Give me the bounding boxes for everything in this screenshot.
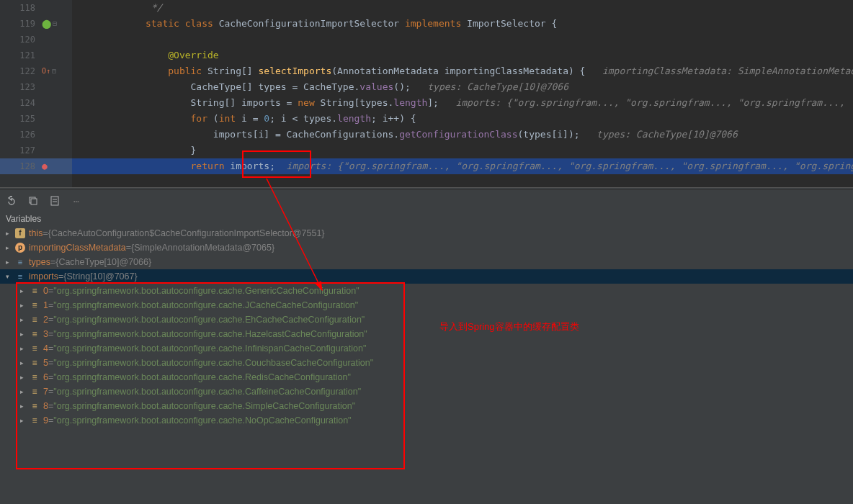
string-icon: ≡ bbox=[29, 343, 40, 354]
string-icon: ≡ bbox=[29, 285, 40, 297]
line-number[interactable]: 123 bbox=[0, 79, 40, 95]
string-icon: ≡ bbox=[29, 386, 40, 397]
gutter-mark[interactable] bbox=[40, 32, 72, 48]
gutter-mark[interactable] bbox=[40, 79, 72, 95]
calculator-icon[interactable] bbox=[49, 195, 61, 207]
expand-icon[interactable]: ▸ bbox=[20, 370, 29, 384]
gutter-mark[interactable] bbox=[40, 48, 72, 63]
string-icon: ≡ bbox=[29, 300, 40, 311]
array-icon: ≡ bbox=[14, 256, 26, 268]
var-imports-1[interactable]: ▸≡1 = "org.springframework.boot.autoconf… bbox=[0, 298, 853, 312]
var-imports-2[interactable]: ▸≡2 = "org.springframework.boot.autoconf… bbox=[0, 312, 853, 327]
more-icon[interactable]: ⋯ bbox=[71, 195, 82, 207]
gutter-mark[interactable]: ⬤⊟ bbox=[40, 16, 72, 32]
line-number[interactable]: 124 bbox=[0, 95, 40, 111]
var-imports-4[interactable]: ▸≡4 = "org.springframework.boot.autoconf… bbox=[0, 341, 853, 356]
code-line[interactable]: imports[i] = CacheConfigurations.getConf… bbox=[72, 127, 853, 143]
code-line[interactable]: return imports; imports: {"org.springfra… bbox=[72, 158, 853, 174]
expand-icon[interactable]: ▸ bbox=[6, 240, 14, 255]
string-icon: ≡ bbox=[29, 314, 40, 325]
expand-icon[interactable]: ▸ bbox=[20, 399, 29, 413]
string-icon: ≡ bbox=[29, 372, 40, 383]
expand-icon[interactable]: ▸ bbox=[6, 255, 14, 269]
expand-icon[interactable]: ▸ bbox=[20, 298, 29, 312]
code-line[interactable]: static class CacheConfigurationImportSel… bbox=[72, 16, 853, 32]
code-line[interactable]: CacheType[] types = CacheType.values(); … bbox=[72, 79, 853, 95]
fold-icon[interactable]: ⊟ bbox=[52, 63, 56, 79]
line-numbers: 118119120121122123124125126127128 bbox=[0, 0, 40, 174]
code-line[interactable]: } bbox=[72, 143, 853, 158]
var-imports-5[interactable]: ▸≡5 = "org.springframework.boot.autoconf… bbox=[0, 356, 853, 370]
expand-icon[interactable]: ▸ bbox=[20, 356, 29, 370]
override-icon[interactable]: O↑ bbox=[42, 63, 50, 79]
breakpoint-icon[interactable]: ● bbox=[42, 158, 48, 174]
expand-icon[interactable]: ▸ bbox=[20, 284, 29, 298]
var-metadata[interactable]: ▸pimportingClassMetadata = {SimpleAnnota… bbox=[0, 240, 853, 255]
var-imports-9[interactable]: ▸≡9 = "org.springframework.boot.autoconf… bbox=[0, 413, 853, 428]
var-types[interactable]: ▸≡types = {CacheType[10]@7066} bbox=[0, 255, 853, 269]
gutter-mark[interactable] bbox=[40, 95, 72, 111]
code-line[interactable]: for (int i = 0; i < types.length; i++) { bbox=[72, 111, 853, 127]
expand-icon[interactable]: ▸ bbox=[20, 327, 29, 341]
gutter-mark[interactable]: ● bbox=[40, 158, 72, 174]
fold-icon[interactable]: ⊟ bbox=[53, 16, 57, 32]
var-imports-8[interactable]: ▸≡8 = "org.springframework.boot.autoconf… bbox=[0, 399, 853, 413]
debug-toolbar: ⋯ bbox=[0, 190, 853, 212]
line-number[interactable]: 118 bbox=[0, 0, 40, 16]
string-icon: ≡ bbox=[29, 328, 40, 340]
line-number[interactable]: 125 bbox=[0, 111, 40, 127]
gutter: 118119120121122123124125126127128 ⬤⊟O↑⊟● bbox=[0, 0, 72, 187]
gutter-mark[interactable] bbox=[40, 111, 72, 127]
code-line[interactable]: public String[] selectImports(Annotation… bbox=[72, 63, 853, 79]
svg-rect-1 bbox=[31, 199, 37, 204]
expand-icon[interactable]: ▸ bbox=[20, 341, 29, 356]
var-this[interactable]: ▸fthis = {CacheAutoConfiguration$CacheCo… bbox=[0, 226, 853, 240]
expand-icon[interactable]: ▸ bbox=[20, 413, 29, 428]
frames-icon[interactable] bbox=[27, 195, 39, 207]
line-number[interactable]: 126 bbox=[0, 127, 40, 143]
code-area[interactable]: */ static class CacheConfigurationImport… bbox=[72, 0, 853, 174]
gutter-mark[interactable] bbox=[40, 143, 72, 158]
code-editor[interactable]: 118119120121122123124125126127128 ⬤⊟O↑⊟●… bbox=[0, 0, 853, 187]
line-number[interactable]: 121 bbox=[0, 48, 40, 63]
line-number[interactable]: 122 bbox=[0, 63, 40, 79]
param-icon: p bbox=[15, 243, 25, 253]
gutter-mark[interactable] bbox=[40, 0, 72, 16]
expand-icon[interactable]: ▸ bbox=[20, 312, 29, 327]
restart-debug-icon[interactable] bbox=[6, 195, 17, 207]
string-icon: ≡ bbox=[29, 357, 40, 369]
spring-icon: ⬤ bbox=[42, 16, 51, 32]
gutter-marks: ⬤⊟O↑⊟● bbox=[40, 0, 72, 174]
code-line[interactable]: */ bbox=[72, 0, 853, 16]
gutter-mark[interactable] bbox=[40, 127, 72, 143]
expand-icon[interactable]: ▸ bbox=[6, 226, 14, 240]
string-icon: ≡ bbox=[29, 400, 40, 412]
array-icon: ≡ bbox=[14, 271, 26, 282]
code-line[interactable]: String[] imports = new String[types.leng… bbox=[72, 95, 853, 111]
string-icon: ≡ bbox=[29, 415, 40, 426]
svg-rect-2 bbox=[51, 197, 58, 205]
field-icon: f bbox=[15, 228, 25, 238]
collapse-icon[interactable]: ▾ bbox=[6, 269, 14, 284]
var-imports-3[interactable]: ▸≡3 = "org.springframework.boot.autoconf… bbox=[0, 327, 853, 341]
line-number[interactable]: 128 bbox=[0, 158, 40, 174]
var-imports-6[interactable]: ▸≡6 = "org.springframework.boot.autoconf… bbox=[0, 370, 853, 384]
var-imports-0[interactable]: ▸≡0 = "org.springframework.boot.autoconf… bbox=[0, 284, 853, 298]
expand-icon[interactable]: ▸ bbox=[20, 384, 29, 399]
annotation-text: 导入到Spring容器中的缓存配置类 bbox=[439, 320, 579, 333]
var-imports[interactable]: ▾≡imports = {String[10]@7067} bbox=[0, 269, 853, 284]
line-number[interactable]: 120 bbox=[0, 32, 40, 48]
code-line[interactable] bbox=[72, 32, 853, 48]
variables-tree[interactable]: ▸fthis = {CacheAutoConfiguration$CacheCo… bbox=[0, 226, 853, 504]
var-imports-7[interactable]: ▸≡7 = "org.springframework.boot.autoconf… bbox=[0, 384, 853, 399]
line-number[interactable]: 119 bbox=[0, 16, 40, 32]
line-number[interactable]: 127 bbox=[0, 143, 40, 158]
code-line[interactable]: @Override bbox=[72, 48, 853, 63]
gutter-mark[interactable]: O↑⊟ bbox=[40, 63, 72, 79]
variables-header: Variables bbox=[0, 212, 853, 226]
